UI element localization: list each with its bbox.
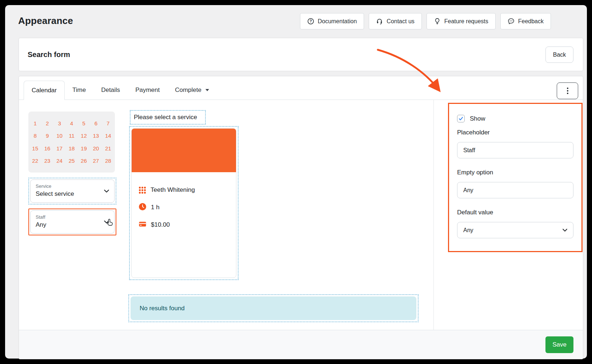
tab-calendar-label: Calendar [32,81,57,100]
show-checkbox-row[interactable]: Show [457,115,485,122]
staff-field-label: Staff [36,214,109,220]
save-button[interactable]: Save [545,336,573,353]
calendar-day: 16 [41,145,53,151]
empty-option-label: Empty option [457,168,493,177]
show-label: Show [470,115,485,122]
preview-service-card[interactable]: Teeth Whitening 1 h $10.00 [129,126,239,280]
tab-complete-label: Complete [175,80,201,100]
contact-us-button[interactable]: Contact us [369,13,421,29]
card-title: Search form [28,38,70,71]
calendar-day: 23 [41,158,53,164]
service-name: Teeth Whitening [151,186,195,194]
tab-payment-label: Payment [135,80,160,100]
calendar-day: 28 [102,158,114,164]
tab-payment[interactable]: Payment [128,80,167,100]
preview-no-results-alert[interactable]: No results found [128,294,419,322]
preview-service-dropdown[interactable]: Service Select service [28,178,116,205]
service-duration: 1 h [151,204,160,211]
search-form-card: Search form Back [19,38,583,71]
calendar-day: 8 [29,133,41,139]
check-icon [458,116,464,121]
chevron-down-icon [103,188,110,196]
preview-calendar[interactable]: 1234567891011121314151617181920212223242… [28,112,115,173]
calendar-day: 24 [53,158,65,164]
tab-time-label: Time [72,80,86,100]
show-checkbox[interactable] [457,115,465,122]
credit-card-icon [139,221,146,230]
form-editor-panel: Calendar Time Details Payment Complete 1… [19,76,583,359]
svg-text:?: ? [309,19,312,23]
chevron-down-icon [562,227,568,233]
content-divider [433,100,434,331]
default-value-label: Default value [457,208,493,217]
calendar-day: 19 [78,145,90,151]
question-circle-icon: ? [307,18,314,25]
calendar-day: 26 [78,158,90,164]
header-toolbar: ? Documentation Contact us Feature reque… [300,13,551,29]
calendar-day: 10 [53,133,65,139]
calendar-day: 18 [65,145,77,151]
chevron-down-icon [103,219,110,227]
grid-icon [139,187,146,194]
calendar-day: 5 [78,120,90,126]
calendar-day: 17 [53,145,65,151]
alert-text: No results found [131,296,416,320]
service-image [132,129,236,172]
lightbulb-icon [434,18,441,25]
calendar-day: 3 [53,120,65,126]
tab-complete[interactable]: Complete [167,80,217,100]
service-price: $10.00 [151,221,170,228]
documentation-label: Documentation [318,18,357,25]
admin-page: Appearance ? Documentation Contact us Fe… [5,5,587,359]
calendar-day: 1 [29,120,41,126]
tab-calendar[interactable]: Calendar [24,81,65,100]
tab-time[interactable]: Time [65,80,93,100]
default-value-selected: Any [463,227,473,234]
empty-option-input[interactable] [457,182,573,198]
panel-footer: Save [19,330,583,359]
calendar-day: 27 [90,158,102,164]
calendar-day: 14 [102,133,114,139]
preview-prompt-text[interactable]: Please select a service [130,110,206,125]
calendar-day: 13 [90,133,102,139]
calendar-day: 9 [41,133,53,139]
tab-details-label: Details [101,80,120,100]
placeholder-input[interactable] [457,142,573,158]
chat-bubble-icon [508,18,515,25]
feature-requests-button[interactable]: Feature requests [427,13,496,29]
service-field-value: Select service [36,189,109,199]
feedback-label: Feedback [518,18,544,25]
caret-down-icon [205,89,209,91]
calendar-day: 2 [41,120,53,126]
calendar-day: 4 [65,120,77,126]
calendar-day: 6 [90,120,102,126]
staff-settings-panel: Show Placeholder Empty option Default va… [448,103,583,252]
back-button[interactable]: Back [545,46,573,63]
calendar-day: 7 [102,120,114,126]
placeholder-label: Placeholder [457,128,490,137]
calendar-day: 21 [102,145,114,151]
step-tabs: Calendar Time Details Payment Complete [19,76,583,100]
tab-details[interactable]: Details [93,80,128,100]
clock-icon [139,203,146,212]
headset-icon [376,18,383,25]
documentation-button[interactable]: ? Documentation [300,13,364,29]
calendar-day: 11 [65,133,77,139]
staff-field-value: Any [36,220,109,230]
contact-us-label: Contact us [387,18,414,25]
calendar-day: 12 [78,133,90,139]
service-field-label: Service [36,183,109,189]
calendar-day: 15 [29,145,41,151]
feedback-button[interactable]: Feedback [500,13,551,29]
calendar-day: 25 [65,158,77,164]
page-title: Appearance [18,15,73,27]
feature-requests-label: Feature requests [444,18,488,25]
panel-menu-button[interactable] [557,82,578,99]
calendar-day: 20 [90,145,102,151]
default-value-select[interactable]: Any [457,222,573,238]
preview-staff-dropdown[interactable]: Staff Any [28,209,116,235]
ellipsis-vertical-icon [567,88,568,89]
calendar-day: 22 [29,158,41,164]
